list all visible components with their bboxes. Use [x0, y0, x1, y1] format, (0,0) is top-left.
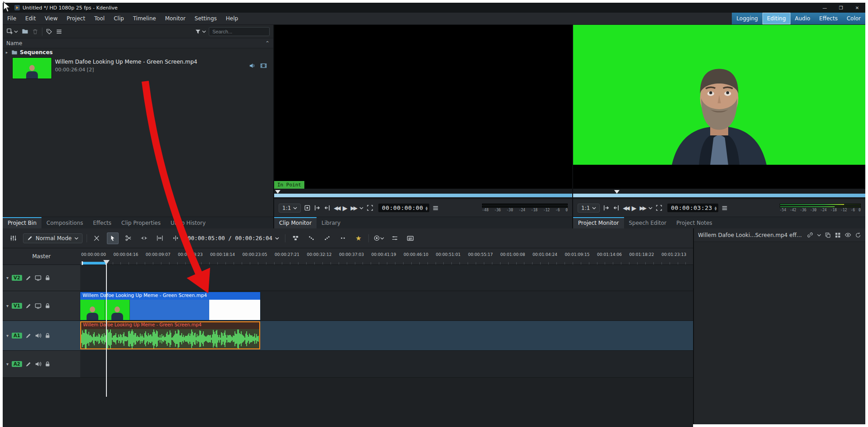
workspace-tab-effects[interactable]: Effects [815, 13, 842, 24]
playhead-handle[interactable] [103, 260, 110, 265]
timeline-edit-icon[interactable] [25, 275, 32, 281]
set-out-point-icon[interactable] [613, 204, 620, 211]
collapse-all-icon[interactable]: ⌃ [265, 40, 270, 46]
menu-edit[interactable]: Edit [21, 13, 40, 24]
collapse-track-icon[interactable]: ▾ [6, 275, 9, 280]
set-in-point-icon[interactable] [603, 204, 610, 211]
menu-monitor[interactable]: Monitor [161, 13, 190, 24]
create-folder-button[interactable] [22, 28, 28, 35]
collapse-track-icon[interactable]: ▾ [6, 333, 9, 338]
set-out-point-icon[interactable] [324, 204, 331, 211]
copy-effects-icon[interactable] [825, 232, 831, 238]
seek-playhead-marker[interactable] [275, 190, 280, 194]
collapse-track-icon[interactable]: ▾ [6, 303, 9, 308]
edit-mode-dropdown[interactable]: Normal Mode [23, 233, 83, 243]
menu-settings[interactable]: Settings [190, 13, 221, 24]
seek-playhead-marker[interactable] [614, 190, 620, 194]
tab-effects[interactable]: Effects [88, 217, 116, 228]
track-header-a1[interactable]: ▾ A1 [3, 321, 80, 350]
timeline-ruler[interactable]: 00:00:00:0000:00:04:1600:00:09:0700:00:1… [80, 248, 693, 265]
workspace-tab-audio[interactable]: Audio [790, 13, 815, 24]
bin-clip-row[interactable]: Willem Dafoe Looking Up Meme - Green Scr… [3, 56, 273, 80]
delete-clip-button[interactable] [32, 28, 38, 35]
tab-project-notes[interactable]: Project Notes [671, 217, 717, 228]
mixed-edit-icon[interactable] [91, 232, 103, 244]
audio-enabled-icon[interactable] [249, 62, 256, 69]
track-header-a2[interactable]: ▾ A2 [3, 351, 80, 377]
show-effects-icon[interactable] [845, 232, 851, 238]
effects-grid-icon[interactable] [835, 232, 841, 238]
track-lane-a2[interactable] [80, 351, 693, 377]
timecode-spinner[interactable]: ▲▼ [715, 206, 717, 210]
timeline-zone-timecode[interactable]: 00:00:05:00 / 00:00:26:04 [186, 235, 281, 241]
tab-project-bin[interactable]: Project Bin [3, 217, 41, 228]
slip-tool-icon[interactable] [170, 232, 182, 244]
workspace-tab-editing[interactable]: Editing [762, 13, 790, 24]
timeline-edit-icon[interactable] [25, 361, 32, 367]
menu-file[interactable]: File [3, 13, 21, 24]
timeline-settings-icon[interactable] [7, 232, 19, 244]
project-monitor-timecode[interactable]: 00:00:03:23 ▲▼ [667, 204, 718, 212]
tab-undo-history[interactable]: Undo History [165, 217, 211, 228]
track-lane-v1[interactable]: Willem Dafoe Looking Up Meme - Green Scr… [80, 291, 693, 320]
timeline-edit-icon[interactable] [25, 333, 32, 339]
monitor-zoom-dropdown[interactable]: 1:1 [578, 204, 600, 213]
reset-effects-icon[interactable] [855, 232, 861, 238]
play-options-chevron-icon[interactable] [648, 207, 652, 209]
track-badge-v1[interactable]: V1 [12, 303, 22, 309]
add-clip-button[interactable] [6, 28, 18, 35]
project-monitor-video[interactable] [573, 25, 865, 189]
tag-button[interactable] [46, 28, 52, 35]
menu-tool[interactable]: Tool [90, 13, 109, 24]
track-lane-a1[interactable]: Willem Dafoe Looking Up Meme - Green Scr… [80, 321, 693, 350]
titlebar[interactable]: Untitled */ HD 1080p 25 fps - Kdenlive —… [3, 3, 865, 13]
lock-track-icon[interactable] [45, 333, 51, 339]
overwrite-zone-icon[interactable] [337, 232, 349, 244]
spacer-tool-button[interactable] [138, 232, 150, 244]
menu-help[interactable]: Help [221, 13, 243, 24]
resize-item-icon[interactable] [154, 232, 166, 244]
fast-forward-button[interactable]: ▶▶ [351, 205, 356, 211]
expander-icon[interactable]: ▸ [5, 50, 9, 55]
mix-clips-icon[interactable] [289, 232, 301, 244]
track-badge-v2[interactable]: V2 [12, 275, 22, 281]
timeline-audio-clip[interactable]: Willem Dafoe Looking Up Meme - Green Scr… [80, 321, 260, 349]
close-button[interactable]: ✕ [849, 3, 865, 13]
tab-clip-properties[interactable]: Clip Properties [116, 217, 165, 228]
minimize-button[interactable]: — [817, 3, 833, 13]
hide-video-icon[interactable] [35, 274, 41, 281]
tab-project-monitor[interactable]: Project Monitor [573, 217, 624, 228]
tab-clip-monitor[interactable]: Clip Monitor [274, 217, 317, 228]
timeline-video-clip[interactable]: Willem Dafoe Looking Up Meme - Green Scr… [80, 292, 260, 320]
menu-timeline[interactable]: Timeline [129, 13, 161, 24]
clip-monitor-seekbar[interactable] [274, 189, 572, 199]
lock-track-icon[interactable] [45, 303, 51, 309]
monitor-menu-icon[interactable] [432, 205, 439, 211]
folder-row-sequences[interactable]: ▸ Sequences [3, 48, 273, 56]
menu-project[interactable]: Project [62, 13, 90, 24]
track-header-v1[interactable]: ▾ V1 [3, 291, 80, 320]
subtitle-tool-icon[interactable] [404, 232, 416, 244]
timeline-edit-icon[interactable] [25, 303, 32, 309]
mute-track-icon[interactable] [35, 332, 41, 339]
audio-mixer-icon[interactable] [389, 232, 400, 244]
monitor-zoom-dropdown[interactable]: 1:1 [279, 204, 301, 213]
project-monitor-seekbar[interactable] [573, 189, 865, 199]
clip-monitor-video[interactable]: In Point [274, 25, 572, 189]
master-track-button[interactable]: Master [3, 248, 80, 265]
menu-clip[interactable]: Clip [109, 13, 129, 24]
tab-speech-editor[interactable]: Speech Editor [624, 217, 672, 228]
link-effects-icon[interactable] [807, 232, 813, 238]
effects-panel-body[interactable] [694, 242, 865, 424]
rewind-button[interactable]: ◀◀ [623, 205, 628, 211]
zone-mode-icon[interactable] [656, 204, 662, 211]
mute-track-icon[interactable] [35, 361, 41, 367]
timeline-zone-bar[interactable] [83, 262, 106, 265]
lock-track-icon[interactable] [45, 361, 51, 367]
set-in-point-icon[interactable] [314, 204, 321, 211]
video-enabled-icon[interactable] [260, 62, 267, 69]
track-lane-v2[interactable] [80, 265, 693, 291]
maximize-button[interactable]: ❐ [833, 3, 849, 13]
search-input[interactable] [209, 27, 270, 36]
clip-monitor-timecode[interactable]: 00:00:00:00 ▲▼ [378, 204, 429, 212]
